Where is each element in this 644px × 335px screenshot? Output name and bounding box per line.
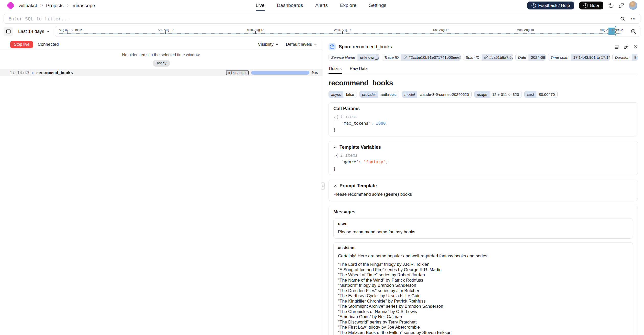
duration-badge: Duration 8ms (612, 54, 638, 61)
span-tabs: Details Raw Data (329, 65, 638, 74)
link-icon[interactable] (484, 55, 488, 59)
nav-tab-explore[interactable]: Explore (340, 0, 356, 11)
link-icon (624, 44, 628, 49)
search-icon[interactable] (620, 16, 625, 21)
list-item: "The Stormlight Archive" series by Brand… (338, 304, 628, 309)
feedback-help-button[interactable]: ? Feedback / Help (527, 2, 574, 9)
badge-value: #2ccbe10b91e371741b00eee2bdbc005d (401, 54, 461, 61)
trace-row-recommend-books[interactable]: 17:14:43 ◆ recommend_books mirascope 9ms (0, 69, 323, 76)
close-panel-button[interactable] (633, 44, 638, 49)
list-item: "The Kingkiller Chronicle" by Patrick Ro… (338, 299, 628, 304)
beta-button[interactable]: i Beta (579, 2, 603, 9)
time-range-dropdown[interactable]: Last 14 days (16, 29, 52, 34)
badge-value: anthropic (378, 91, 399, 98)
tab-details[interactable]: Details (329, 65, 342, 74)
badge-value: 8ms (632, 54, 638, 61)
provider-badge: provider anthropic (359, 91, 399, 98)
badge-value-text: $0.00470 (539, 92, 555, 97)
live-toolbar: Stop live Connected Visibility Default l… (0, 39, 323, 50)
span-header-icons (614, 44, 638, 49)
share-link-button[interactable] (619, 3, 624, 8)
json-key: "max_tokens" (341, 121, 371, 126)
list-item: "The Malazan Book of the Fallen" series … (338, 330, 628, 335)
moon-icon (608, 3, 614, 8)
usage-badge: usage 12 + 311 -> 323 (474, 91, 522, 98)
badge-value-text: 12 + 311 -> 323 (492, 92, 519, 97)
prompt-template-title[interactable]: Prompt Template (333, 183, 633, 189)
span-title: Span: recommend_books (339, 44, 392, 50)
visibility-dropdown[interactable]: Visibility (258, 42, 279, 47)
tab-raw-data[interactable]: Raw Data (349, 65, 368, 74)
time-range-label: Last 14 days (18, 29, 44, 34)
timeline-plot[interactable]: Aug 07, 17:16:35 Sat, Aug 10 Mon, Aug 12… (59, 26, 621, 37)
stop-live-button[interactable]: Stop live (10, 41, 33, 48)
today-badge: Today (153, 60, 170, 67)
app-logo-icon[interactable] (6, 1, 15, 10)
chevron-down-icon (314, 43, 317, 46)
badge-label: cost (525, 91, 536, 98)
duration-bar (251, 71, 309, 75)
badge-value-text: claude-3-5-sonnet-20240620 (420, 92, 469, 97)
json-comma: , (386, 159, 388, 164)
nav-tab-alerts[interactable]: Alerts (315, 0, 328, 11)
message-role: user (338, 222, 628, 226)
breadcrumb-project-name[interactable]: mirascope (73, 3, 95, 8)
breadcrumb-org[interactable]: willbakst (19, 3, 37, 8)
span-title-value: recommend_books (353, 44, 392, 49)
panel-resize-handle[interactable]: ⠿ (321, 182, 325, 190)
nav-tab-settings[interactable]: Settings (369, 0, 386, 11)
span-header: i Span: recommend_books (329, 43, 638, 50)
json-sep: : (358, 159, 363, 164)
chevron-down-icon (275, 43, 279, 46)
async-badge: async false (329, 91, 357, 98)
prompt-text-after: books (399, 192, 412, 197)
prompt-text-before: Please recommend some (333, 192, 384, 197)
call-params-title: Call Params (333, 106, 633, 111)
main-nav: Live Dashboards Alerts Explore Settings (256, 0, 386, 11)
breadcrumb: willbakst > Projects > mirascope (19, 3, 95, 8)
service-name-badge: Service Name unknown_service (329, 54, 379, 61)
sql-filter-input[interactable] (8, 16, 614, 22)
assistant-intro: Certainly! Here are some popular and wel… (338, 253, 628, 259)
sidebar-toggle-button[interactable] (4, 27, 13, 36)
badge-value: #ca51b6a7f5b9dd7f (482, 54, 513, 61)
info-icon: i (330, 44, 334, 49)
empty-window-message: No older items in the selected time wind… (122, 53, 201, 57)
badge-value: 17:14:43.901 to 17:14:43.909 (571, 54, 610, 61)
timeline-tick (165, 31, 166, 34)
collapse-caret-icon[interactable]: ⌄ (333, 154, 335, 157)
timeline-chart[interactable]: Aug 07, 17:16:35 Sat, Aug 10 Mon, Aug 12… (55, 26, 640, 37)
collapse-caret-icon[interactable]: ⌄ (333, 115, 335, 118)
json-key: "genre" (341, 159, 358, 164)
timeline-tick (67, 31, 67, 34)
timeline-tick (342, 31, 343, 34)
timeline-tick-label: Sat, Aug 10 (158, 28, 174, 32)
timeline-tick (255, 31, 256, 34)
link-icon[interactable] (403, 55, 407, 59)
assistant-message-card: assistant Certainly! Here are some popul… (333, 242, 633, 335)
list-item: "The Name of the Wind" by Patrick Rothfu… (338, 278, 628, 283)
more-options-icon[interactable]: ⋯ (631, 16, 636, 21)
template-variables-title[interactable]: Template Variables (333, 145, 633, 150)
list-item: "The Chronicles of Narnia" by C.S. Lewis (338, 309, 628, 315)
trace-timestamp: 17:14:43 (10, 70, 29, 75)
theme-toggle-button[interactable] (608, 3, 614, 8)
breadcrumb-projects[interactable]: Projects (46, 3, 64, 8)
open-brace: { (336, 114, 338, 119)
badge-value: 2024-08-21 (528, 54, 546, 61)
function-attribute-badges: async false provider anthropic model cla… (329, 91, 638, 98)
breadcrumb-separator: > (67, 3, 69, 8)
chevron-up-icon (333, 184, 337, 188)
copy-link-button[interactable] (624, 44, 628, 49)
call-params-json: ⌄{1 items "max_tokens": 1000, } (333, 114, 633, 132)
badge-value: unknown_service (357, 54, 379, 61)
zoom-in-button[interactable] (630, 29, 636, 34)
open-panel-button[interactable] (614, 44, 619, 49)
list-item: "The Earthsea Cycle" by Ursula K. Le Gui… (338, 293, 628, 299)
chevron-up-icon (333, 145, 337, 149)
user-avatar[interactable] (629, 1, 637, 10)
nav-tab-live[interactable]: Live (256, 0, 265, 11)
default-levels-dropdown[interactable]: Default levels (286, 42, 317, 47)
list-item: "The Dresden Files" series by Jim Butche… (338, 288, 628, 294)
nav-tab-dashboards[interactable]: Dashboards (277, 0, 303, 11)
